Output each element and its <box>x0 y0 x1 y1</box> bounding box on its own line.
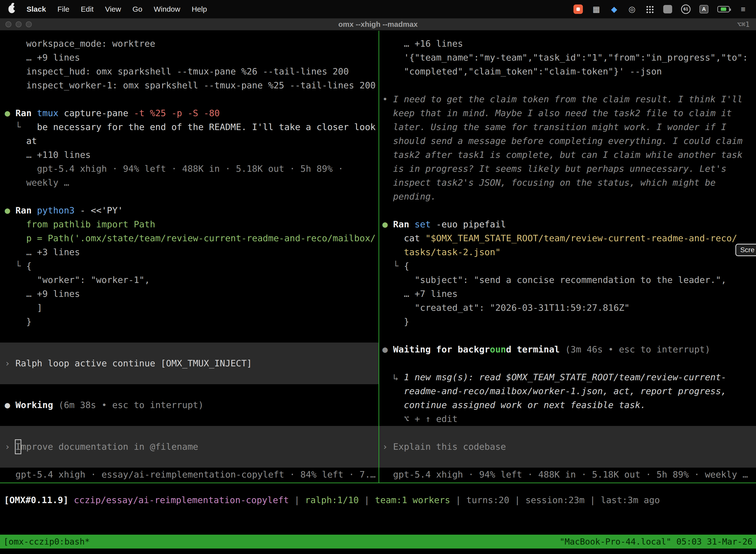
terminal-line: continue assigned work or next feasible … <box>382 398 756 412</box>
terminal-line: "worker": "worker-1", <box>5 273 378 287</box>
terminal-line <box>5 92 378 106</box>
text-segment: | <box>450 495 466 505</box>
text-segment: (3m 46s • esc to interrupt) <box>565 344 710 354</box>
text-segment: ● <box>5 108 15 118</box>
text-segment: … +110 lines <box>5 150 91 160</box>
text-segment: Ralph loop active continue [OMX_TMUX_INJ… <box>15 356 252 370</box>
tmux-top-panes: workspace_mode: worktree … +9 lines insp… <box>0 31 756 483</box>
prompt-band-explain-codebase[interactable]: › Explain this codebase <box>379 426 756 467</box>
terminal-line: inspect_hud: omx sparkshell --tmux-pane … <box>5 64 378 78</box>
menu-view[interactable]: View <box>105 5 121 13</box>
bottom-pane-content[interactable]: [OMX#0.11.9] cczip/essay/ai-reimplementa… <box>0 483 756 535</box>
text-segment: └ <box>5 261 26 271</box>
text-segment: be necessary for the end of the README. … <box>37 122 376 132</box>
terminal-line: … +9 lines <box>5 287 378 301</box>
battery-charging-icon[interactable] <box>717 6 730 12</box>
text-segment <box>68 495 74 505</box>
menu-help[interactable]: Help <box>192 5 207 13</box>
color-drop-icon[interactable]: ◆ <box>610 4 619 14</box>
text-segment: ● <box>382 219 393 229</box>
terminal-line: └ { <box>5 259 378 273</box>
text-segment: later. Using the same for transition mig… <box>382 122 727 132</box>
text-segment: "completed","claim_token":"claim-token"}… <box>382 66 662 76</box>
minimize-window-icon[interactable] <box>16 21 21 27</box>
left-pane-content[interactable]: workspace_mode: worktree … +9 lines insp… <box>0 31 378 483</box>
text-segment: └ <box>5 122 37 132</box>
screen-recording-icon[interactable] <box>573 4 583 14</box>
app-blob-icon[interactable] <box>663 5 672 13</box>
terminal-line <box>5 329 378 342</box>
terminal-line <box>382 78 756 92</box>
terminal-line: ● Ran set -euo pipefail <box>382 217 756 231</box>
text-segment: task2 after task1 is complete, but can I… <box>382 150 743 160</box>
text-segment: tasks/task-2.json" <box>382 247 501 257</box>
apple-icon[interactable] <box>8 5 15 13</box>
text-segment: gpt-5.4 xhigh · 94% left · 488K in · 5.1… <box>5 164 343 174</box>
window-shortcut-hint: ⌥⌘1 <box>737 20 756 29</box>
text-segment: from pathlib import Path <box>5 219 155 229</box>
text-segment: Ran <box>393 219 415 229</box>
text-segment: team:1 workers <box>375 495 450 505</box>
text-segment: continue assigned work or next feasible … <box>382 400 646 410</box>
terminal-line <box>382 356 756 370</box>
omx-session-status-line: [OMX#0.11.9] cczip/essay/ai-reimplementa… <box>4 493 756 507</box>
terminal-line: "completed","claim_token":"claim-token"}… <box>382 64 756 78</box>
text-segment: cczip/essay/ai-reimplementation-copyleft <box>74 495 289 505</box>
text-segment: - <<'PY' <box>80 205 123 215</box>
text-segment: … +9 lines <box>5 289 80 299</box>
terminal-line: ● Waiting for background terminal (3m 46… <box>382 342 756 356</box>
terminal-line: "created_at": "2026-03-31T11:59:27.816Z" <box>382 301 756 315</box>
terminal-line: should send a message before completing … <box>382 134 756 148</box>
terminal-line: • I need to get the claim token from the… <box>382 92 756 106</box>
text-segment: is in progress? It seems likely but perh… <box>382 164 727 174</box>
menu-app-name[interactable]: Slack <box>26 5 46 13</box>
menu-window[interactable]: Window <box>154 5 180 13</box>
screen-share-overlay[interactable]: Scre <box>736 244 756 256</box>
terminal-line: '{"team_name":"my-team","task_id":"1","f… <box>382 51 756 64</box>
menu-file[interactable]: File <box>57 5 69 13</box>
terminal-line: ⌥ + ↑ edit <box>382 412 756 426</box>
apps-grid-icon[interactable] <box>645 5 654 13</box>
text-segment: turns:20 <box>466 495 509 505</box>
input-source-icon[interactable]: A <box>699 5 708 13</box>
camera-icon[interactable]: ◎ <box>628 4 636 14</box>
battery-percent-icon[interactable]: 61 <box>681 4 691 14</box>
text-segment: -t %25 -p -S -80 <box>134 108 220 118</box>
text-segment: { <box>404 261 409 271</box>
zoom-window-icon[interactable] <box>26 21 32 27</box>
text-segment: '{"team_name":"my-team","task_id":"1","f… <box>382 52 748 63</box>
text-segment: I <box>15 440 21 454</box>
terminal-line: keep that in mind. Maybe I also need the… <box>382 106 756 120</box>
terminal-line <box>5 189 378 204</box>
control-center-icon[interactable]: ≡ <box>739 4 748 14</box>
text-segment: session:23m <box>525 495 584 505</box>
text-segment: Ran <box>15 205 37 215</box>
window-titlebar: omx --xhigh --madmax ⌥⌘1 <box>0 18 756 31</box>
prompt-band-improve-docs[interactable]: › Improve documentation in @filename <box>0 426 378 467</box>
text-segment: should send a message before completing … <box>382 136 743 146</box>
text-segment: Ran <box>15 108 37 118</box>
close-window-icon[interactable] <box>5 21 11 27</box>
terminal-line <box>382 329 756 342</box>
menu-go[interactable]: Go <box>132 5 142 13</box>
terminal-line: } <box>5 315 378 329</box>
text-segment: ] <box>5 302 43 313</box>
prompt-band-ralph-loop[interactable]: › Ralph loop active continue [OMX_TMUX_I… <box>0 342 378 384</box>
text-segment: mprove documentation in @filename <box>21 440 198 454</box>
right-pane-content[interactable]: … +16 lines '{"team_name":"my-team","tas… <box>379 31 756 483</box>
text-segment: [OMX#0.11.9] <box>4 495 68 505</box>
keyboard-icon[interactable]: ▦ <box>592 4 601 14</box>
text-segment: "subject": "send a concise recommendatio… <box>382 275 727 285</box>
text-segment: workspace_mode: worktree <box>5 39 155 49</box>
tmux-host-clock: "MacBook-Pro-44.local" 05:03 31-Mar-26 <box>560 537 753 547</box>
menu-edit[interactable]: Edit <box>81 5 94 13</box>
terminal-line: inspect_worker-1: omx sparkshell --tmux-… <box>5 78 378 92</box>
text-segment: › <box>382 440 393 454</box>
text-segment: └ <box>382 261 404 271</box>
text-segment: inspect task2's JSON, focusing on the st… <box>382 177 716 188</box>
text-segment: | <box>289 495 305 505</box>
terminal-line: … +9 lines <box>5 51 378 64</box>
text-segment: pending. <box>382 191 436 202</box>
terminal-line: weekly … <box>5 176 378 189</box>
terminal-line: ] <box>5 301 378 315</box>
